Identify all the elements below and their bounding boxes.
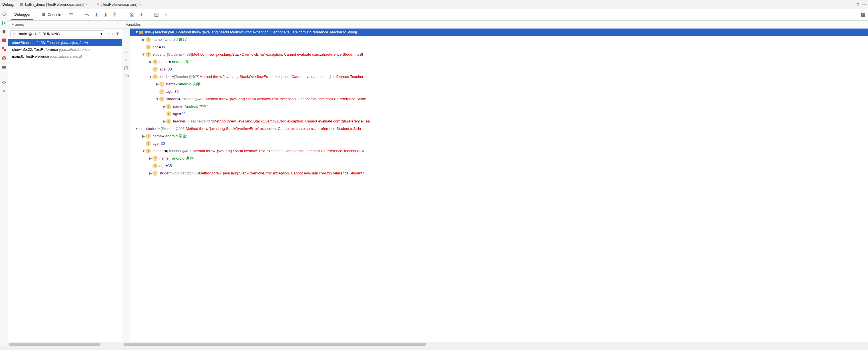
var-node[interactable]: fage = 30 xyxy=(130,110,868,118)
close-icon[interactable]: × xyxy=(140,3,141,6)
field-icon: f xyxy=(146,44,151,50)
stop-icon[interactable] xyxy=(2,38,6,42)
var-node[interactable]: ▼fteacher = {Teacher@407} Method threw '… xyxy=(130,73,868,81)
settings-gear-icon[interactable] xyxy=(2,81,6,85)
mute-breakpoints-icon[interactable] xyxy=(2,56,6,61)
expand-arrow-icon[interactable]: ▼ xyxy=(142,51,146,58)
var-node[interactable]: fage = 35 xyxy=(130,43,868,51)
glasses-icon[interactable] xyxy=(124,74,129,78)
svg-point-0 xyxy=(20,3,23,6)
frame-item[interactable]: main:6, TestReference (com.zjh.reference… xyxy=(8,53,122,60)
var-node[interactable]: fage = 30 xyxy=(130,140,868,147)
field-icon: f xyxy=(152,67,158,72)
step-over-icon[interactable] xyxy=(84,12,89,17)
var-node[interactable]: ▶fname = "android 学生" xyxy=(130,103,868,110)
expand-arrow-icon[interactable]: ▼ xyxy=(149,73,152,81)
frame-list[interactable]: showStudentInfo:38, Teacher (com.zjh.ref… xyxy=(8,39,122,342)
var-node[interactable]: ▼fteacher = {Teacher@407} Method threw '… xyxy=(130,147,868,155)
expand-arrow-icon[interactable]: ▼ xyxy=(135,125,139,132)
expand-arrow-icon[interactable]: ▼ xyxy=(135,29,139,36)
var-node[interactable]: ▼fstudent = {Student@408} Method threw '… xyxy=(130,95,868,103)
var-node[interactable]: ▶fname = "android 讲师" xyxy=(130,36,868,43)
field-icon: f xyxy=(146,37,151,42)
this-icon xyxy=(139,29,145,36)
console-tab[interactable]: Console xyxy=(38,10,64,20)
filter-icon[interactable] xyxy=(116,32,120,36)
variables-scrollbar[interactable] xyxy=(122,342,868,346)
variables-tree[interactable]: ▼this = {Teacher@407} Method threw 'java… xyxy=(130,29,868,342)
up-icon[interactable]: ▲ xyxy=(124,50,128,54)
resume-icon[interactable] xyxy=(2,21,6,25)
step-into-icon[interactable] xyxy=(94,12,98,17)
breakpoints-icon[interactable] xyxy=(2,47,6,52)
remove-watch-icon[interactable]: − xyxy=(125,40,127,46)
expand-arrow-icon[interactable]: ▶ xyxy=(149,169,152,177)
svg-rect-33 xyxy=(124,67,127,70)
svg-line-9 xyxy=(3,57,5,60)
expand-arrow-icon[interactable]: ▶ xyxy=(142,36,146,43)
run-config-tab[interactable]: kotlin_demo [TestReference.main()] × xyxy=(17,1,90,8)
svg-rect-3 xyxy=(3,30,4,33)
copy-icon[interactable] xyxy=(124,66,128,70)
var-node[interactable]: ▶fname = "android 讲师" xyxy=(130,155,868,162)
var-node[interactable]: ▶fname = "android 学生" xyxy=(130,58,868,66)
thread-selector[interactable]: ✔ "main"@1 i...": RUNNING ▾ xyxy=(10,30,105,37)
add-watch-icon[interactable]: + xyxy=(125,31,127,36)
debug-action-gutter xyxy=(0,9,8,346)
var-node[interactable]: ▼student = {Student@408} Method threw 'j… xyxy=(130,125,868,132)
layout-icon[interactable] xyxy=(861,12,865,17)
expand-arrow-icon[interactable]: ▶ xyxy=(149,58,152,66)
svg-point-6 xyxy=(2,47,4,50)
evaluate-icon[interactable] xyxy=(154,12,159,17)
var-node[interactable]: ▶fteacher = {Teacher@407} Method threw '… xyxy=(130,118,868,125)
process-icon xyxy=(95,3,99,6)
check-icon: ✔ xyxy=(13,32,16,36)
down-icon[interactable]: ▼ xyxy=(124,58,128,62)
variables-header: Variables xyxy=(122,21,868,29)
field-icon: f xyxy=(159,82,164,87)
rerun-icon[interactable] xyxy=(2,12,6,17)
var-node[interactable]: ▼this = {Teacher@407} Method threw 'java… xyxy=(130,29,868,36)
expand-arrow-icon[interactable]: ▶ xyxy=(142,132,146,140)
expand-arrow-icon[interactable]: ▶ xyxy=(155,81,159,88)
minimize-icon[interactable]: — xyxy=(862,2,866,6)
trace-icon[interactable] xyxy=(164,13,169,17)
pin-icon[interactable] xyxy=(2,89,6,93)
expand-arrow-icon[interactable]: ▼ xyxy=(155,95,159,103)
frame-item[interactable]: showStudentInfo:38, Teacher (com.zjh.ref… xyxy=(8,39,122,46)
expand-arrow-icon[interactable]: ▶ xyxy=(162,103,166,110)
expand-arrow-icon[interactable]: ▶ xyxy=(149,155,152,162)
threads-icon[interactable] xyxy=(69,13,74,17)
drop-frame-icon[interactable] xyxy=(129,12,134,17)
camera-icon[interactable] xyxy=(2,65,6,69)
svg-point-35 xyxy=(126,75,128,77)
var-node[interactable]: ▶fstudent = {Student@408} Method threw '… xyxy=(130,169,868,177)
svg-rect-4 xyxy=(4,30,5,33)
settings-icon[interactable]: ⚙ xyxy=(856,2,860,6)
expand-arrow-icon[interactable]: ▼ xyxy=(142,147,146,155)
close-icon[interactable]: × xyxy=(85,3,87,6)
var-node[interactable]: ▼fstudent = {Student@408} Method threw '… xyxy=(130,51,868,58)
debugger-toolbar: Debugger Console xyxy=(8,9,868,21)
next-frame-icon[interactable]: ↓ xyxy=(112,32,114,36)
field-icon: f xyxy=(152,74,158,79)
svg-rect-10 xyxy=(2,66,6,68)
expand-arrow-icon[interactable]: ▶ xyxy=(162,118,166,125)
var-node[interactable]: ▶fname = "android 学生" xyxy=(130,132,868,140)
debugger-tab[interactable]: Debugger xyxy=(11,10,33,20)
var-node[interactable]: fage = 30 xyxy=(130,66,868,73)
pause-icon[interactable] xyxy=(2,30,6,34)
prev-frame-icon[interactable]: ↑ xyxy=(107,32,110,36)
frames-scrollbar[interactable] xyxy=(8,342,122,346)
var-node[interactable]: fage = 35 xyxy=(130,88,868,95)
field-icon: f xyxy=(152,156,158,161)
var-node[interactable]: ▶fname = "android 讲师" xyxy=(130,81,868,88)
frame-item[interactable]: showInfo:22, TestReference (com.zjh.refe… xyxy=(8,46,122,53)
run-to-cursor-icon[interactable] xyxy=(139,12,144,17)
variables-gutter: + − ▲ ▼ xyxy=(122,29,130,342)
force-step-into-icon[interactable] xyxy=(104,12,107,17)
svg-point-34 xyxy=(124,75,126,77)
process-tab[interactable]: :TestReference.main() × xyxy=(93,1,144,8)
step-out-icon[interactable] xyxy=(113,12,117,17)
var-node[interactable]: fage = 35 xyxy=(130,162,868,169)
